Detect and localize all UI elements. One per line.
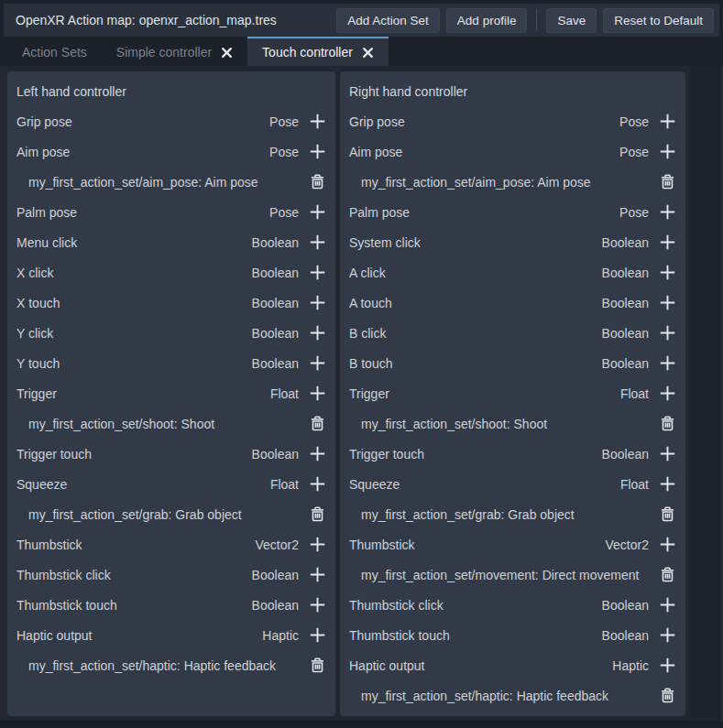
binding-row: my_first_action_set/haptic: Haptic feedb… — [7, 650, 335, 680]
binding-row: my_first_action_set/haptic: Haptic feedb… — [340, 680, 685, 711]
add-binding-button[interactable] — [658, 625, 676, 646]
add-binding-button[interactable] — [308, 384, 326, 404]
add-binding-button[interactable] — [308, 142, 326, 162]
add-binding-button[interactable] — [308, 625, 326, 646]
action-label: Grip pose — [16, 114, 269, 129]
add-binding-button[interactable] — [308, 263, 326, 283]
remove-binding-button[interactable] — [308, 414, 326, 434]
add-binding-button[interactable] — [658, 444, 676, 464]
action-label: Grip pose — [349, 114, 619, 129]
action-type-label: Boolean — [602, 235, 649, 250]
add-binding-button[interactable] — [658, 142, 676, 162]
tab-touch-controller[interactable]: Touch controller — [247, 37, 389, 66]
add-binding-button[interactable] — [658, 293, 676, 313]
action-label: A click — [349, 266, 602, 280]
action-row: Trigger touchBoolean — [7, 439, 335, 469]
action-label: X touch — [16, 296, 252, 310]
add-binding-button[interactable] — [658, 595, 676, 615]
add-binding-button[interactable] — [308, 535, 326, 555]
add-binding-button[interactable] — [308, 202, 326, 223]
add-binding-button[interactable] — [658, 263, 676, 283]
tab-simple-controller[interactable]: Simple controller — [102, 37, 247, 66]
content-area: Left hand controllerGrip posePoseAim pos… — [0, 66, 723, 728]
trash-icon — [310, 174, 325, 190]
action-type-label: Boolean — [252, 598, 299, 613]
plus-icon — [659, 385, 676, 402]
add-binding-button[interactable] — [658, 353, 676, 374]
trash-icon — [660, 174, 675, 190]
remove-binding-button[interactable] — [658, 505, 676, 525]
add-binding-button[interactable] — [658, 656, 676, 676]
right-hand-controller-panel: Right hand controllerGrip posePoseAim po… — [340, 71, 685, 716]
add-action-set-button[interactable]: Add Action Set — [336, 8, 440, 33]
plus-icon — [309, 566, 326, 583]
action-type-label: Boolean — [252, 235, 299, 250]
action-row: Palm posePose — [340, 197, 685, 227]
reset-to-default-button[interactable]: Reset to Default — [603, 8, 714, 33]
add-binding-button[interactable] — [308, 233, 326, 253]
tab-action-sets[interactable]: Action Sets — [7, 37, 102, 66]
binding-label: my_first_action_set/haptic: Haptic feedb… — [28, 658, 308, 673]
action-type-label: Boolean — [602, 628, 649, 643]
add-binding-button[interactable] — [658, 535, 676, 555]
add-binding-button[interactable] — [308, 565, 326, 585]
trash-icon — [310, 506, 325, 522]
remove-binding-button[interactable] — [658, 565, 676, 585]
add-binding-button[interactable] — [658, 233, 676, 253]
plus-icon — [659, 354, 676, 372]
plus-icon — [309, 294, 326, 311]
binding-label: my_first_action_set/shoot: Shoot — [28, 417, 308, 431]
add-binding-button[interactable] — [658, 112, 676, 132]
add-binding-button[interactable] — [658, 474, 676, 494]
remove-binding-button[interactable] — [308, 656, 326, 676]
action-row: Menu clickBoolean — [7, 227, 335, 257]
add-binding-button[interactable] — [308, 353, 326, 374]
remove-binding-button[interactable] — [658, 686, 676, 706]
action-row: Thumbstick clickBoolean — [7, 560, 335, 590]
action-label: Thumbstick touch — [16, 598, 252, 613]
add-binding-button[interactable] — [658, 202, 676, 223]
action-row: Grip posePose — [340, 106, 685, 136]
action-label: Trigger touch — [16, 447, 252, 462]
remove-binding-button[interactable] — [658, 414, 676, 434]
add-binding-button[interactable] — [308, 293, 326, 313]
action-type-label: Boolean — [602, 356, 649, 371]
add-binding-button[interactable] — [308, 112, 326, 132]
add-binding-button[interactable] — [658, 323, 676, 343]
action-label: Aim pose — [349, 145, 619, 159]
plus-icon — [659, 294, 676, 311]
action-row: System clickBoolean — [340, 227, 685, 257]
left-hand-controller-panel: Left hand controllerGrip posePoseAim pos… — [7, 71, 335, 716]
close-tab-icon[interactable] — [362, 47, 374, 59]
add-profile-button[interactable]: Add profile — [446, 8, 528, 33]
vertical-scrollbar[interactable] — [690, 66, 723, 728]
action-label: Thumbstick touch — [349, 628, 602, 643]
add-binding-button[interactable] — [308, 595, 326, 615]
add-binding-button[interactable] — [308, 474, 326, 494]
plus-icon — [659, 536, 676, 553]
action-label: Y click — [16, 326, 252, 341]
add-binding-button[interactable] — [308, 323, 326, 343]
action-row: Aim posePose — [340, 136, 685, 167]
action-row: X touchBoolean — [7, 288, 335, 318]
close-tab-icon[interactable] — [221, 47, 233, 59]
horizontal-scrollbar[interactable] — [0, 721, 723, 728]
binding-row: my_first_action_set/grab: Grab object — [340, 499, 685, 529]
save-button[interactable]: Save — [546, 8, 597, 33]
add-binding-button[interactable] — [308, 444, 326, 464]
binding-row: my_first_action_set/shoot: Shoot — [7, 408, 335, 439]
action-row: Haptic outputHaptic — [340, 650, 685, 680]
plus-icon — [659, 264, 676, 281]
action-row: TriggerFloat — [7, 378, 335, 408]
plus-icon — [659, 143, 676, 160]
action-row: SqueezeFloat — [7, 469, 335, 499]
remove-binding-button[interactable] — [308, 505, 326, 525]
remove-binding-button[interactable] — [658, 172, 676, 192]
plus-icon — [309, 143, 326, 160]
trash-icon — [660, 688, 675, 703]
binding-label: my_first_action_set/grab: Grab object — [28, 507, 308, 522]
remove-binding-button[interactable] — [308, 172, 326, 192]
add-binding-button[interactable] — [658, 384, 676, 404]
action-type-label: Float — [620, 386, 649, 401]
action-row: X clickBoolean — [7, 257, 335, 288]
